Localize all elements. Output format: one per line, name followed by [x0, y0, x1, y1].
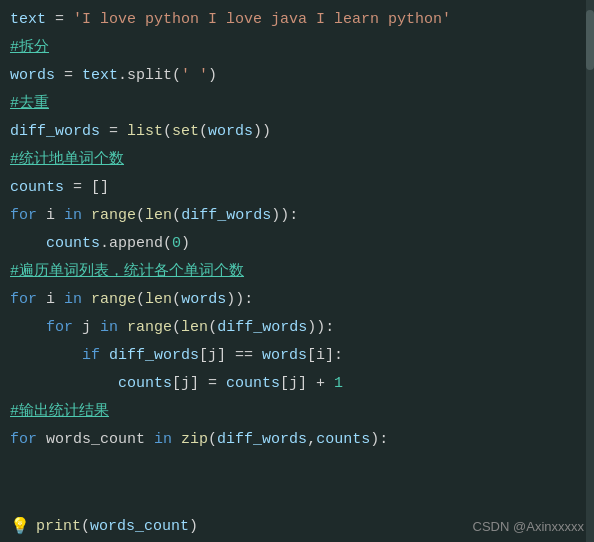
code-line-16: for words_count in zip ( diff_words , co…: [0, 426, 594, 454]
code-line-1: text = 'I love python I love java I lear…: [0, 6, 594, 34]
code-line-13: if diff_words [j] == words [i]:: [0, 342, 594, 370]
string-value: 'I love python I love java I learn pytho…: [73, 6, 451, 34]
comment-line-6: #统计地单词个数: [0, 146, 594, 174]
code-line-7: counts = []: [0, 174, 594, 202]
code-line-5: diff_words = list ( set ( words )): [0, 118, 594, 146]
comment-line-10: #遍历单词列表，统计各个单词个数: [0, 258, 594, 286]
code-line-3: words = text .split( ' ' ): [0, 62, 594, 90]
comment-line-4: #去重: [0, 90, 594, 118]
code-editor: text = 'I love python I love java I lear…: [0, 0, 594, 542]
code-line-14: counts [j] = counts [j] + 1: [0, 370, 594, 398]
code-line-11: for i in range ( len ( words )):: [0, 286, 594, 314]
lightbulb-icon: 💡: [10, 516, 30, 536]
bottom-code-line: print ( words_count ): [36, 518, 473, 535]
code-line-9: counts .append( 0 ): [0, 230, 594, 258]
bottom-bar: 💡 print ( words_count ) CSDN @Axinxxxxx: [0, 510, 594, 542]
scrollbar-thumb[interactable]: [586, 10, 594, 70]
code-line-8: for i in range ( len ( diff_words )):: [0, 202, 594, 230]
code-line-12: for j in range ( len ( diff_words )):: [0, 314, 594, 342]
var-text: text: [10, 6, 46, 34]
scrollbar[interactable]: [586, 0, 594, 542]
comment-line-15: #输出统计结果: [0, 398, 594, 426]
comment-line-2: #拆分: [0, 34, 594, 62]
watermark-text: CSDN @Axinxxxxx: [473, 519, 584, 534]
